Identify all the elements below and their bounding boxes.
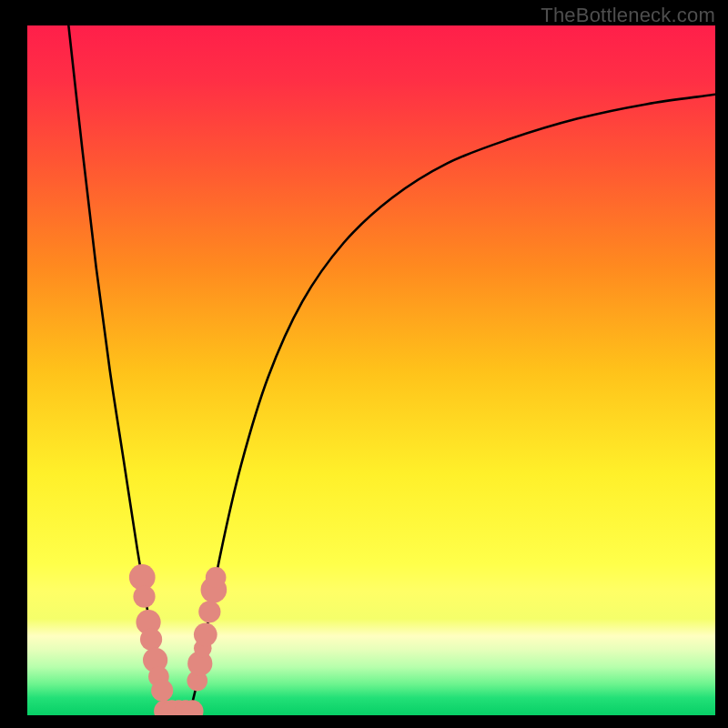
marker-left-markers <box>133 586 155 608</box>
marker-left-markers <box>151 680 173 702</box>
chart-svg <box>27 25 715 715</box>
marker-left-markers <box>140 629 162 651</box>
curve-right-branch <box>189 95 715 715</box>
watermark-text: TheBottleneck.com <box>541 4 715 27</box>
outer-frame: TheBottleneck.com <box>0 0 728 728</box>
marker-right-markers <box>198 601 220 622</box>
marker-right-markers <box>194 622 217 646</box>
curve-left-branch <box>68 25 171 715</box>
marker-right-markers <box>206 567 227 588</box>
plot-area <box>27 25 715 715</box>
